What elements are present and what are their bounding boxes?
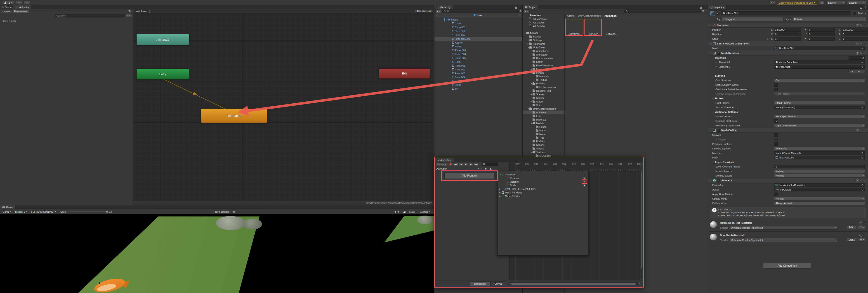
property-row[interactable]: + −▾⊙ bbox=[708, 69, 868, 74]
create-object-button[interactable]: +▾ bbox=[435, 9, 441, 13]
state-dooropen[interactable]: DoorOpen bbox=[201, 109, 267, 123]
scroll-right-icon[interactable]: ▸ bbox=[640, 282, 640, 285]
scale-slider-thumb[interactable] bbox=[106, 211, 108, 213]
go-to-end-button[interactable]: ▶▶| bbox=[474, 162, 479, 166]
property-row[interactable]: Exclude Layers Nothing▾⊙ bbox=[708, 173, 868, 178]
project-tree-item[interactable]: Prefabs bbox=[523, 140, 564, 143]
kebab-icon[interactable]: ⋮ bbox=[864, 42, 866, 45]
hierarchy-item[interactable]: Plane.002 bbox=[434, 48, 522, 52]
foldout-arrow-icon[interactable]: ▼ bbox=[710, 130, 712, 132]
mesh-collider-header[interactable]: ▼ Mesh Collider ?⇆⋮ bbox=[708, 128, 868, 133]
property-row[interactable]: Receive Global Illumination Light Probes… bbox=[708, 91, 868, 96]
gameobject-name-input[interactable] bbox=[721, 11, 851, 15]
bug-icon[interactable] bbox=[233, 211, 235, 213]
picker-icon[interactable]: ⧉ bbox=[520, 10, 522, 13]
project-tree-item[interactable]: ▶ License bbox=[523, 67, 564, 71]
project-tree-item[interactable]: ▼ Models bbox=[523, 71, 564, 74]
help-icon[interactable]: ? bbox=[856, 129, 859, 132]
horizontal-scrollbar[interactable]: ◂ ▸ bbox=[509, 282, 638, 285]
project-tree-item[interactable]: Voice bbox=[523, 103, 564, 107]
mute-audio-icon[interactable] bbox=[397, 211, 399, 213]
search-by-type-icon[interactable]: ⊞ bbox=[702, 10, 704, 13]
project-tree-item[interactable]: ▼ Prefabs bbox=[523, 82, 564, 85]
device-grid-icon[interactable] bbox=[403, 211, 405, 213]
project-tree-item[interactable]: Scenes bbox=[523, 143, 564, 147]
cloud-button[interactable]: ☁ bbox=[16, 1, 22, 4]
back-arrow-icon[interactable]: ‹ bbox=[436, 14, 437, 16]
component-enabled-checkbox[interactable] bbox=[717, 52, 720, 54]
component-enabled-checkbox[interactable] bbox=[717, 179, 720, 182]
x-field[interactable]: 1 bbox=[774, 37, 801, 41]
kebab-icon[interactable]: ⋮ bbox=[864, 24, 866, 27]
help-icon[interactable]: ? bbox=[860, 234, 862, 237]
project-tree-item[interactable]: Settings bbox=[523, 38, 564, 42]
lock-icon[interactable] bbox=[860, 8, 862, 9]
z-field[interactable]: 1 bbox=[842, 37, 868, 41]
hierarchy-search[interactable] bbox=[442, 9, 519, 13]
property-row[interactable]: Avatar None (Avatar)▾⊙ bbox=[708, 187, 868, 192]
asset-item[interactable]: UnityCha... bbox=[603, 20, 620, 35]
hierarchy-item[interactable]: Point.001 bbox=[434, 64, 522, 68]
state-entry[interactable]: Entry bbox=[136, 69, 189, 79]
project-tree-item[interactable]: ▼ UnityChanAdventure bbox=[523, 107, 564, 111]
add-property-plus-button[interactable]: + bbox=[582, 184, 587, 187]
project-tree-item[interactable]: All Models bbox=[523, 21, 564, 24]
kebab-icon[interactable]: ⋮ bbox=[864, 221, 866, 224]
prefab-scene-header[interactable]: ‹ house ⋮ bbox=[434, 13, 522, 17]
tab-animator[interactable]: ⤳Animator bbox=[14, 5, 32, 9]
animatable-property-row[interactable]: ▶ Mesh Renderer bbox=[498, 191, 588, 194]
project-tree-item[interactable]: ReadMe_Old bbox=[523, 89, 564, 93]
hierarchy-item[interactable]: FirstFloor.001 bbox=[434, 37, 522, 41]
z-field[interactable]: 0 bbox=[842, 33, 868, 36]
animatable-property-row[interactable]: Rotation + bbox=[498, 180, 588, 184]
property-row[interactable]: Material None (Physic Material)▾⊙ bbox=[708, 151, 868, 155]
property-row[interactable]: Update Mode Normal▾⊙ bbox=[708, 196, 868, 201]
project-tree-item[interactable]: ▼ Models bbox=[523, 121, 564, 125]
state-any-state[interactable]: Any State bbox=[136, 34, 189, 45]
property-row[interactable]: Mesh FirstFloor.001▾⊙ bbox=[708, 155, 868, 160]
help-icon[interactable]: ? bbox=[856, 52, 859, 54]
layout-dropdown[interactable]: Layout▾ bbox=[847, 1, 866, 4]
game-mode-dropdown[interactable]: Game▾ bbox=[1, 210, 13, 214]
foldout-arrow-icon[interactable]: ▼ bbox=[499, 174, 502, 176]
tab-scene[interactable]: ⌗Scene bbox=[0, 5, 14, 9]
hierarchy-item[interactable]: Plane bbox=[434, 44, 522, 48]
game-viewport[interactable] bbox=[0, 214, 434, 293]
property-row[interactable]: Provides Contacts ▾⊙ bbox=[708, 142, 868, 146]
kebab-icon[interactable]: ⋮ bbox=[639, 158, 641, 161]
animatable-property-row[interactable]: ▼ Transform bbox=[498, 173, 588, 176]
static-checkbox[interactable] bbox=[853, 12, 856, 15]
parameter-search[interactable] bbox=[55, 14, 125, 17]
animatable-property-row[interactable]: Position + bbox=[498, 176, 588, 180]
hierarchy-item[interactable]: Plane.004 bbox=[434, 52, 522, 56]
add-property-button[interactable]: Add Property bbox=[444, 173, 495, 179]
gizmos-dropdown[interactable]: Gizmos▾ bbox=[418, 210, 432, 214]
project-tree-item[interactable]: Font bbox=[523, 114, 564, 118]
project-tree-item[interactable]: FaceAnimation bbox=[523, 64, 564, 67]
link-icon[interactable]: ⊘ bbox=[767, 37, 769, 40]
project-tree-item[interactable]: Scripts bbox=[523, 147, 564, 150]
add-property-plus-button[interactable]: + bbox=[582, 177, 587, 180]
property-row[interactable]: Materials 2 ▾⊙ bbox=[708, 56, 868, 60]
foldout-arrow-icon[interactable]: ▶ bbox=[527, 43, 529, 45]
foldout-arrow-icon[interactable]: ▶ bbox=[499, 195, 502, 197]
project-tree-item[interactable]: Scenes bbox=[523, 35, 564, 38]
timeline-ruler[interactable]: 0:000:050:100:150:200:250:300:350:400:45… bbox=[509, 162, 640, 171]
record-button[interactable] bbox=[448, 162, 453, 166]
project-tree-item[interactable]: ▶ TutorialInfo bbox=[523, 42, 564, 46]
project-tree-item[interactable]: Favorites bbox=[523, 13, 564, 17]
tab-inspector[interactable]: iInspector bbox=[708, 5, 726, 9]
animatable-property-row[interactable]: ▶ First Floor.001 (Mesh Filter) bbox=[498, 187, 588, 191]
presets-icon[interactable]: ⇆ bbox=[860, 42, 862, 45]
hierarchy-item[interactable]: ▼ house bbox=[434, 17, 522, 22]
add-keyframe-icon[interactable]: ◆+ bbox=[485, 167, 488, 170]
property-row[interactable]: Probes ▾⊙ bbox=[708, 96, 868, 101]
property-row[interactable]: Element 0 House.Door.Rest▾⊙ bbox=[708, 60, 868, 65]
lock-icon[interactable] bbox=[700, 7, 702, 9]
kebab-icon[interactable]: ⋮ bbox=[864, 234, 866, 237]
add-event-icon[interactable]: ▮+ bbox=[490, 167, 492, 170]
chevron-down-icon[interactable]: ▾ bbox=[865, 12, 866, 14]
tab-parameters[interactable]: Parameters bbox=[12, 10, 29, 13]
project-tree-item[interactable]: Animators bbox=[523, 53, 564, 57]
foldout-arrow-icon[interactable]: ▼ bbox=[710, 43, 712, 45]
